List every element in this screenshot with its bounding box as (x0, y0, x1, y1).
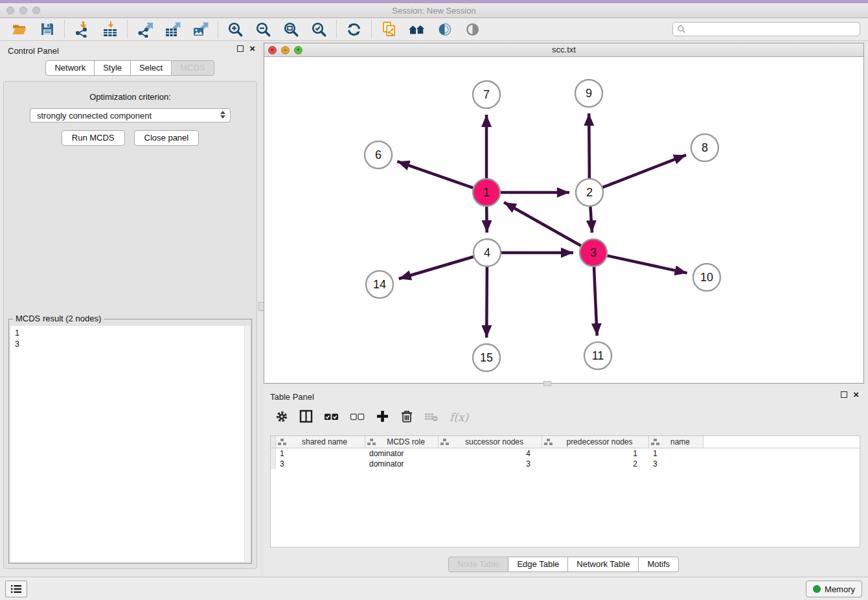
tab-network[interactable]: Network (45, 60, 95, 76)
save-session-button[interactable] (33, 19, 61, 40)
open-session-button[interactable] (5, 19, 33, 40)
first-neighbors-button[interactable] (403, 19, 431, 40)
node-2[interactable]: 2 (576, 179, 603, 206)
result-scrollbar[interactable] (244, 326, 250, 562)
node-6[interactable]: 6 (365, 141, 392, 168)
mcds-result-area[interactable]: 13 (10, 326, 250, 562)
zoom-in-button[interactable] (222, 19, 249, 40)
node-4[interactable]: 4 (474, 239, 501, 266)
edge-2-3[interactable] (590, 207, 592, 233)
edge-2-8[interactable] (603, 155, 687, 187)
node-label: 6 (375, 148, 382, 161)
deselect-all-button[interactable] (350, 411, 365, 424)
export-network-button[interactable] (131, 19, 159, 40)
network-window-titlebar[interactable]: × − + scc.txt (264, 43, 863, 57)
task-history-button[interactable] (5, 581, 27, 597)
zoom-fit-button[interactable] (277, 19, 305, 40)
export-network-icon (137, 21, 154, 38)
main-toolbar (0, 18, 868, 41)
table-settings-button[interactable] (275, 410, 288, 425)
table-panel-tabs: Node TableEdge TableNetwork TableMotifs (264, 557, 864, 572)
delete-table-button[interactable] (424, 411, 439, 424)
style-preview-button[interactable] (431, 19, 459, 40)
node-7[interactable]: 7 (473, 81, 500, 108)
node-11[interactable]: 11 (584, 342, 611, 369)
tab-select[interactable]: Select (130, 60, 172, 76)
edge-2-9[interactable] (589, 113, 589, 178)
node-label: 7 (483, 88, 490, 101)
node-label: 14 (373, 278, 386, 291)
show-columns-button[interactable] (299, 410, 313, 425)
open-folder-icon (11, 21, 28, 38)
column-header-predecessor-nodes[interactable]: predecessor nodes (542, 436, 649, 448)
node-1[interactable]: 1 (473, 179, 500, 206)
edge-3-10[interactable] (607, 256, 687, 273)
run-mcds-button[interactable]: Run MCDS (62, 130, 125, 146)
cell-name: 1 (649, 448, 703, 459)
network-close-button[interactable]: × (268, 46, 277, 54)
node-3[interactable]: 3 (580, 239, 607, 266)
tab-motifs[interactable]: Motifs (638, 557, 679, 572)
add-row-button[interactable] (376, 410, 389, 425)
edge-4-15[interactable] (486, 267, 487, 338)
optimization-criterion-select[interactable]: strongly connected component (30, 108, 231, 122)
table-panel-close-button[interactable]: × (853, 391, 859, 398)
column-header-name[interactable]: name (649, 436, 703, 448)
style-icon (437, 21, 453, 38)
window-zoom-button[interactable] (32, 6, 40, 14)
window-controls (6, 6, 40, 14)
optimization-criterion-value: strongly connected component (37, 111, 152, 121)
column-header-successor-nodes[interactable]: successor nodes (439, 436, 542, 448)
import-table-button[interactable] (96, 19, 124, 40)
network-minimize-button[interactable]: − (281, 46, 290, 54)
zoom-out-button[interactable] (249, 19, 277, 40)
horizontal-splitter-handle[interactable] (543, 381, 551, 386)
node-8[interactable]: 8 (691, 134, 718, 161)
network-graph: 1234678910111415 (264, 57, 863, 383)
plus-icon (376, 410, 389, 423)
edge-3-1[interactable] (504, 202, 581, 246)
network-canvas[interactable]: 1234678910111415 (264, 57, 863, 383)
export-table-button[interactable] (159, 19, 187, 40)
select-all-button[interactable] (324, 411, 339, 424)
show-details-button[interactable] (459, 19, 486, 40)
import-network-button[interactable] (68, 19, 96, 40)
zoom-selected-button[interactable] (305, 19, 333, 40)
node-15[interactable]: 15 (473, 344, 500, 371)
control-panel-close-button[interactable]: × (249, 45, 255, 52)
node-10[interactable]: 10 (693, 264, 720, 291)
node-label: 3 (590, 246, 597, 259)
edge-1-6[interactable] (397, 161, 473, 188)
memory-button[interactable]: Memory (806, 581, 862, 597)
table-row[interactable]: 1dominator411 (271, 448, 860, 459)
tab-style[interactable]: Style (94, 60, 131, 76)
tab-mcds[interactable]: MCDS (171, 60, 214, 76)
function-builder-button[interactable]: f(x) (450, 411, 468, 424)
search-input[interactable] (689, 25, 856, 34)
hierarchy-icon (278, 439, 286, 446)
tab-node-table[interactable]: Node Table (448, 557, 509, 572)
zoom-in-icon (227, 21, 244, 38)
node-9[interactable]: 9 (575, 80, 602, 107)
tab-network-table[interactable]: Network Table (567, 557, 639, 572)
edge-3-11[interactable] (594, 267, 597, 336)
delete-table-icon (424, 411, 439, 422)
table-panel-float-button[interactable] (841, 391, 847, 398)
node-14[interactable]: 14 (366, 271, 393, 298)
column-header-MCDS-role[interactable]: MCDS role (365, 436, 439, 448)
gear-icon (275, 410, 288, 423)
apply-layout-button[interactable] (340, 19, 368, 40)
export-image-icon (192, 21, 209, 38)
delete-row-button[interactable] (400, 410, 413, 425)
network-maximize-button[interactable]: + (294, 46, 303, 54)
edge-4-14[interactable] (399, 257, 474, 279)
window-minimize-button[interactable] (19, 6, 27, 14)
window-close-button[interactable] (6, 6, 14, 14)
close-panel-button[interactable]: Close panel (134, 130, 200, 146)
export-image-button[interactable] (187, 19, 214, 40)
control-panel-float-button[interactable] (237, 45, 244, 52)
table-row[interactable]: 3dominator323 (271, 459, 860, 469)
clone-network-button[interactable] (375, 19, 403, 40)
tab-edge-table[interactable]: Edge Table (508, 557, 568, 572)
column-header-shared-name[interactable]: shared name (276, 436, 365, 448)
